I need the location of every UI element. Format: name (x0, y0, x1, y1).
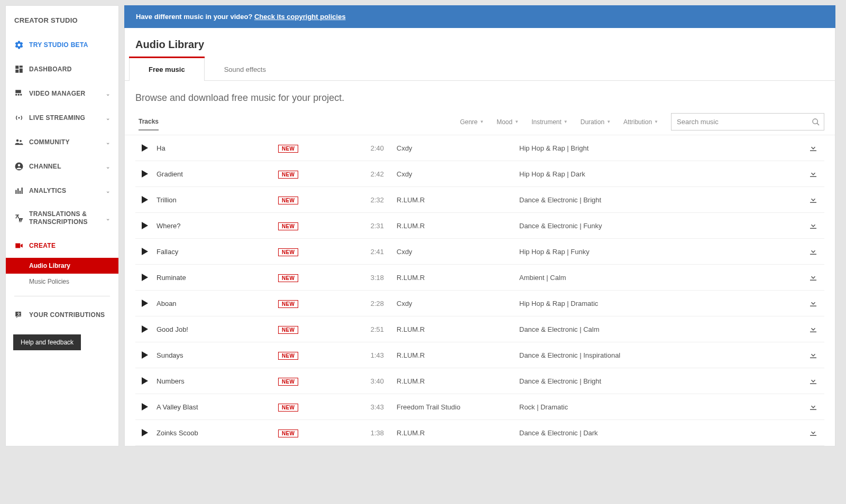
play-button[interactable] (139, 351, 157, 359)
chevron-down-icon: ⌄ (106, 139, 110, 145)
new-badge: NEW (278, 326, 298, 334)
download-button[interactable] (808, 298, 821, 308)
help-feedback-button[interactable]: Help and feedback (13, 334, 81, 350)
people-icon (14, 137, 29, 147)
track-badge-wrap: NEW (278, 403, 347, 411)
sidebar-item-translations[interactable]: TRANSLATIONS &TRANSCRIPTIONS ⌄ (6, 203, 118, 234)
new-badge: NEW (278, 248, 298, 256)
search-input[interactable] (671, 113, 824, 130)
play-button[interactable] (139, 144, 157, 152)
new-badge: NEW (278, 300, 298, 308)
track-title: Trillion (157, 196, 278, 204)
chevron-down-icon: ⌄ (106, 115, 110, 121)
track-artist: Cxdy (384, 248, 511, 256)
download-button[interactable] (808, 143, 821, 153)
table-row: A Valley Blast NEW 3:43 Freedom Trail St… (135, 394, 824, 420)
dropdown-icon: ▼ (564, 119, 568, 124)
table-row: Gradient NEW 2:42 Cxdy Hip Hop & Rap | D… (135, 161, 824, 187)
filter-duration[interactable]: Duration▼ (581, 118, 611, 126)
bars-icon (14, 186, 29, 195)
tab-free-music[interactable]: Free music (129, 58, 205, 81)
new-badge: NEW (278, 352, 298, 360)
download-button[interactable] (808, 221, 821, 230)
download-button[interactable] (808, 402, 821, 412)
download-button[interactable] (808, 195, 821, 204)
live-icon (14, 113, 29, 123)
track-tags: Hip Hop & Rap | Bright (511, 144, 808, 152)
play-button[interactable] (139, 170, 157, 178)
table-row: Ruminate NEW 3:18 R.LUM.R Ambient | Calm (135, 265, 824, 291)
track-title: Fallacy (157, 248, 278, 256)
track-duration: 3:40 (347, 377, 384, 385)
track-artist: R.LUM.R (384, 325, 511, 333)
download-button[interactable] (808, 350, 821, 360)
svg-rect-1 (15, 94, 17, 96)
track-artist: R.LUM.R (384, 351, 511, 359)
sidebar-sub-audio-library[interactable]: Audio Library (6, 258, 118, 274)
camera-icon (14, 241, 29, 250)
download-button[interactable] (808, 247, 821, 256)
play-button[interactable] (139, 325, 157, 333)
table-row: Aboan NEW 2:28 Cxdy Hip Hop & Rap | Dram… (135, 291, 824, 316)
svg-rect-9 (15, 190, 16, 194)
download-button[interactable] (808, 376, 821, 386)
svg-rect-11 (20, 191, 21, 194)
play-button[interactable] (139, 300, 157, 307)
filter-attribution[interactable]: Attribution▼ (623, 118, 658, 126)
track-title: Sundays (157, 351, 278, 359)
play-button[interactable] (139, 196, 157, 203)
play-button[interactable] (139, 222, 157, 229)
tab-sound-effects[interactable]: Sound effects (205, 58, 286, 81)
sidebar-item-create[interactable]: CREATE (6, 234, 118, 258)
play-button[interactable] (139, 274, 157, 281)
play-button[interactable] (139, 429, 157, 436)
sidebar-item-dashboard[interactable]: DASHBOARD (6, 57, 118, 81)
svg-rect-10 (17, 189, 19, 194)
track-artist: Cxdy (384, 300, 511, 307)
track-tags: Hip Hop & Rap | Dark (511, 170, 808, 178)
gear-icon (14, 40, 29, 50)
search-box (671, 113, 824, 130)
tracks-column-header[interactable]: Tracks (139, 114, 159, 130)
sidebar-sub-music-policies[interactable]: Music Policies (6, 274, 118, 290)
dropdown-icon: ▼ (480, 119, 484, 124)
new-badge: NEW (278, 145, 298, 153)
download-button[interactable] (808, 428, 821, 437)
filter-genre[interactable]: Genre▼ (460, 118, 484, 126)
sidebar-item-analytics[interactable]: ANALYTICS ⌄ (6, 179, 118, 203)
download-button[interactable] (808, 273, 821, 282)
sidebar-item-try-beta[interactable]: TRY STUDIO BETA (6, 33, 118, 57)
track-list: Ha NEW 2:40 Cxdy Hip Hop & Rap | Bright … (125, 135, 835, 446)
sidebar-item-label: LIVE STREAMING (29, 114, 106, 122)
play-button[interactable] (139, 377, 157, 385)
track-tags: Dance & Electronic | Calm (511, 325, 808, 333)
chevron-down-icon: ⌄ (106, 164, 110, 170)
track-artist: Cxdy (384, 170, 511, 178)
table-row: Sundays NEW 1:43 R.LUM.R Dance & Electro… (135, 342, 824, 368)
track-badge-wrap: NEW (278, 300, 347, 307)
svg-rect-0 (15, 90, 21, 93)
sidebar-item-live[interactable]: LIVE STREAMING ⌄ (6, 106, 118, 130)
sidebar-item-channel[interactable]: CHANNEL ⌄ (6, 154, 118, 179)
download-button[interactable] (808, 169, 821, 179)
chevron-down-icon: ⌄ (106, 91, 110, 97)
table-row: Where? NEW 2:31 R.LUM.R Dance & Electron… (135, 213, 824, 239)
sidebar: CREATOR STUDIO TRY STUDIO BETA DASHBOARD… (5, 5, 119, 446)
sidebar-title: CREATOR STUDIO (6, 14, 118, 33)
play-button[interactable] (139, 248, 157, 255)
sidebar-item-video-manager[interactable]: VIDEO MANAGER ⌄ (6, 81, 118, 106)
track-artist: Freedom Trail Studio (384, 403, 511, 411)
play-button[interactable] (139, 403, 157, 410)
sidebar-item-label: COMMUNITY (29, 138, 106, 146)
banner-text: Have different music in your video? (136, 13, 254, 21)
track-duration: 2:31 (347, 222, 384, 230)
filter-instrument[interactable]: Instrument▼ (531, 118, 568, 126)
table-row: Fallacy NEW 2:41 Cxdy Hip Hop & Rap | Fu… (135, 239, 824, 265)
track-badge-wrap: NEW (278, 196, 347, 204)
banner-link[interactable]: Check its copyright policies (254, 13, 346, 21)
sidebar-item-community[interactable]: COMMUNITY ⌄ (6, 130, 118, 154)
download-button[interactable] (808, 324, 821, 334)
filter-mood[interactable]: Mood▼ (496, 118, 519, 126)
sidebar-item-contributions[interactable]: 文 YOUR CONTRIBUTIONS (6, 303, 118, 327)
sidebar-item-label: TRANSLATIONS &TRANSCRIPTIONS (29, 210, 106, 226)
